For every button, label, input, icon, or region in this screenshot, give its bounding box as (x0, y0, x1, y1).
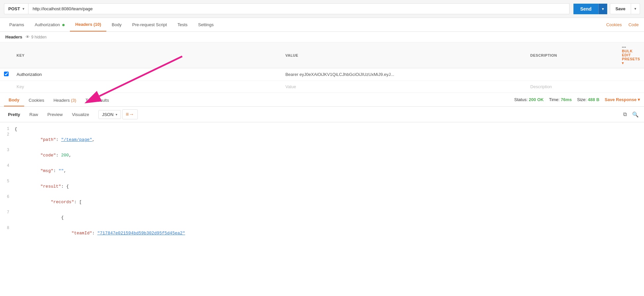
line-num-6: 6 (0, 195, 15, 199)
body-toolbar: Pretty Raw Preview Visualize JSON ▾ ≡→ ⧉… (0, 107, 644, 122)
placeholder-value-cell[interactable]: Value (281, 81, 526, 93)
row-key-cell[interactable]: Authorization (13, 68, 281, 81)
sub-tab-pretty[interactable]: Pretty (4, 110, 24, 119)
line-num-3: 3 (0, 148, 15, 152)
value-teamid[interactable]: "717847e021594bd59b302d95f5d45ea2" (97, 231, 185, 236)
authorization-dot (62, 24, 65, 26)
eye-icon: 👁 (26, 34, 30, 39)
tab-prerequest[interactable]: Pre-request Script (127, 18, 172, 31)
cookies-link[interactable]: Cookies (605, 18, 623, 31)
code-line-4: 4 "msg": "", (0, 163, 644, 179)
headers-section: Headers 👁 9 hidden (0, 32, 644, 42)
key-code: "code" (40, 153, 56, 158)
dots-icon[interactable]: ••• (622, 45, 626, 49)
wrap-button[interactable]: ≡→ (122, 109, 138, 119)
table-header-row: KEY VALUE DESCRIPTION ••• Bulk Edit Pres… (0, 42, 644, 68)
line-num-2: 2 (0, 132, 15, 137)
key-records: "records" (51, 200, 74, 205)
tab-authorization[interactable]: Authorization (29, 18, 70, 31)
key-msg: "msg" (40, 168, 53, 173)
method-chevron-icon: ▾ (23, 7, 24, 11)
key-teamid: "teamId" (72, 231, 92, 236)
value-msg: "" (59, 168, 64, 173)
placeholder-description-cell[interactable]: Description (526, 81, 618, 93)
headers-section-label: Headers (5, 34, 22, 39)
code-line-5: 5 "result": { (0, 179, 644, 194)
send-button[interactable]: Send (573, 4, 598, 14)
row-description-cell[interactable] (526, 68, 618, 81)
row-actions-cell (618, 68, 644, 81)
line-num-1: 1 (0, 127, 15, 131)
response-status-row: Status: 200 OK Time: 76ms Size: 488 B Sa… (514, 97, 640, 103)
key-path: "path" (40, 137, 56, 142)
code-line-2: 2 "path": "/team/page", (0, 132, 644, 148)
tab-settings[interactable]: Settings (193, 18, 219, 31)
code-link[interactable]: Code (627, 18, 640, 31)
sub-tab-preview[interactable]: Preview (43, 110, 67, 119)
request-tabs: Params Authorization Headers (10) Body P… (0, 18, 644, 32)
tab-params[interactable]: Params (4, 18, 29, 31)
hidden-badge: 👁 9 hidden (26, 34, 46, 39)
method-select[interactable]: POST ▾ (4, 3, 28, 14)
code-line-1: 1 { (0, 126, 644, 132)
wrap-icon: ≡→ (126, 111, 134, 117)
code-area: 1 { 2 "path": "/team/page", 3 "code": 20… (0, 122, 644, 245)
tab-headers[interactable]: Headers (10) (70, 18, 106, 31)
row-checkbox[interactable] (4, 72, 9, 76)
table-row: Authorization Bearer eyJ0eXAiOiJKV1QiLCJ… (0, 68, 644, 81)
value-path[interactable]: "/team/page" (61, 137, 92, 142)
url-input[interactable] (28, 3, 569, 14)
send-dropdown-button[interactable]: ▾ (598, 4, 607, 14)
response-tab-body[interactable]: Body (4, 94, 24, 106)
key-result: "result" (40, 184, 61, 189)
response-tab-headers[interactable]: Headers (3) (49, 94, 81, 106)
row-checkbox-cell[interactable] (0, 68, 13, 81)
save-dropdown-button[interactable]: ▾ (631, 3, 640, 14)
sub-tab-raw[interactable]: Raw (26, 110, 42, 119)
tab-body[interactable]: Body (106, 18, 127, 31)
copy-button[interactable]: ⧉ (622, 110, 628, 119)
presets-btn[interactable]: Presets ▾ (622, 57, 640, 65)
time-value: 76ms (561, 97, 572, 102)
line-content-1: { (15, 127, 644, 132)
response-tabs: Body Cookies Headers (3) Test Results St… (0, 93, 644, 107)
line-content-7: { (15, 210, 644, 225)
th-value: VALUE (281, 42, 526, 68)
code-line-3: 3 "code": 200, (0, 148, 644, 163)
save-response-btn[interactable]: Save Response ▾ (605, 97, 640, 102)
line-content-4: "msg": "", (15, 163, 644, 178)
url-bar: POST ▾ Send ▾ Save ▾ (0, 0, 644, 18)
code-line-7: 7 { (0, 210, 644, 225)
format-label: JSON (102, 112, 114, 117)
tab-right-links: Cookies Code (605, 18, 640, 31)
time-label: Time: 76ms (549, 97, 572, 102)
value-object-open: { (61, 215, 64, 220)
line-content-3: "code": 200, (15, 148, 644, 163)
status-label: Status: 200 OK (514, 97, 544, 102)
line-num-7: 7 (0, 210, 15, 215)
response-tab-cookies[interactable]: Cookies (24, 94, 49, 106)
line-num-8: 8 (0, 226, 15, 230)
th-checkbox (0, 42, 13, 68)
value-result-brace: { (66, 184, 69, 189)
size-label: Size: 488 B (577, 97, 599, 102)
sub-tab-visualize[interactable]: Visualize (68, 110, 93, 119)
save-button[interactable]: Save (610, 3, 631, 14)
value-records-bracket: [ (79, 200, 82, 205)
method-label: POST (8, 6, 20, 11)
send-group: Send ▾ (573, 4, 607, 14)
format-select[interactable]: JSON ▾ (98, 110, 121, 119)
size-value: 488 B (588, 97, 600, 102)
search-button[interactable]: 🔍 (631, 110, 640, 119)
row-value-cell[interactable]: Bearer eyJ0eXAiOiJKV1QiLCJhbGciOiJIUzUxM… (281, 68, 526, 81)
line-content-8: "teamId": "717847e021594bd59b302d95f5d45… (15, 226, 644, 241)
line-num-4: 4 (0, 163, 15, 168)
code-line-8: 8 "teamId": "717847e021594bd59b302d95f5d… (0, 225, 644, 241)
response-tab-test-results[interactable]: Test Results (81, 94, 114, 106)
placeholder-key-cell[interactable]: Key (13, 81, 281, 93)
th-description: DESCRIPTION (526, 42, 618, 68)
tab-tests[interactable]: Tests (172, 18, 193, 31)
placeholder-checkbox-cell (0, 81, 13, 93)
bulk-edit-btn[interactable]: Bulk Edit (622, 49, 633, 57)
th-key: KEY (13, 42, 281, 68)
